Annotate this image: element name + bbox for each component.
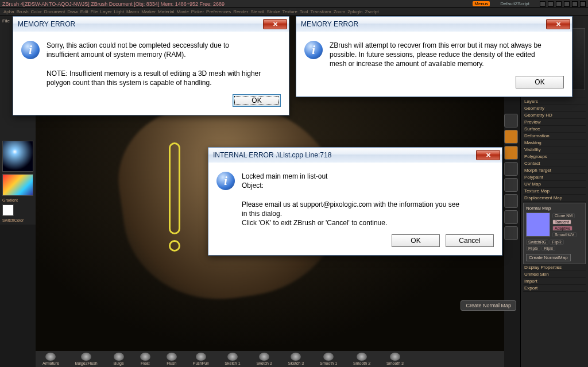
menu-item[interactable]: Material xyxy=(158,9,174,14)
panel-row[interactable]: Displacement Map xyxy=(523,195,586,202)
panel-row[interactable]: Geometry xyxy=(523,105,586,112)
tool-icon[interactable] xyxy=(504,178,518,192)
win-btn[interactable] xyxy=(580,1,586,7)
tangent-button[interactable]: Tangent xyxy=(552,219,571,225)
menus-badge[interactable]: Menus xyxy=(473,1,490,6)
tool-icon[interactable] xyxy=(504,130,518,144)
tool-icon[interactable] xyxy=(504,194,518,208)
menu-item[interactable]: Marker xyxy=(141,9,156,14)
gradient-swatch[interactable] xyxy=(2,174,33,196)
shelf-item[interactable]: Smooth 1 xyxy=(320,353,337,365)
panel-row[interactable]: Masking xyxy=(523,140,586,146)
shelf-item[interactable]: Smooth 3 xyxy=(386,353,404,365)
shelf-item[interactable]: Smooth 2 xyxy=(353,353,370,365)
ok-button[interactable]: OK xyxy=(392,234,440,247)
menu-item[interactable]: Movie xyxy=(177,9,189,14)
flipr-button[interactable]: FlipR xyxy=(550,239,563,245)
menu-item[interactable]: Apha xyxy=(3,9,14,14)
shelf-item[interactable]: Float xyxy=(140,353,150,365)
menu-item[interactable]: Zplugin xyxy=(347,9,362,14)
panel-row[interactable]: Surface xyxy=(523,126,586,133)
panel-row[interactable]: Deformation xyxy=(523,133,586,140)
panel-row[interactable]: Layers xyxy=(523,98,586,105)
menu-item[interactable]: Stencil xyxy=(250,9,264,14)
menu-item[interactable]: Transform xyxy=(311,9,331,14)
shelf-item[interactable]: Sketch 2 xyxy=(257,353,272,365)
create-normalmap-button[interactable]: Create NormalMap xyxy=(526,254,571,261)
dialog-titlebar[interactable]: MEMORY ERROR ✕ xyxy=(13,17,289,32)
tool-icon[interactable] xyxy=(504,146,518,160)
normal-map-label[interactable]: Normal Map xyxy=(526,206,583,211)
flipg-button[interactable]: FlipG xyxy=(526,246,540,251)
menu-item[interactable]: Render xyxy=(233,9,248,14)
clone-nm-button[interactable]: Clone NM xyxy=(552,213,575,218)
panel-row[interactable]: Export xyxy=(523,285,586,292)
cancel-button[interactable]: Cancel xyxy=(446,234,494,247)
brush-preview[interactable] xyxy=(2,141,33,172)
window-controls xyxy=(540,1,586,7)
tool-icon[interactable] xyxy=(504,162,518,176)
tool-icon[interactable] xyxy=(504,226,518,240)
menu-item[interactable]: Light xyxy=(114,9,124,14)
panel-row[interactable]: Polypaint xyxy=(523,174,586,181)
win-btn[interactable] xyxy=(548,1,554,7)
default-zscript[interactable]: DefaultZScript xyxy=(500,1,529,6)
ok-button[interactable]: OK xyxy=(233,94,281,107)
shelf-item[interactable]: Sketch 1 xyxy=(225,353,240,365)
dialog-titlebar[interactable]: INTERNAL ERROR .\List.cpp Line:718 ✕ xyxy=(208,148,502,163)
panel-row[interactable]: Import xyxy=(523,278,586,285)
dialog-titlebar[interactable]: MEMORY ERROR ✕ xyxy=(296,17,572,32)
win-btn[interactable] xyxy=(540,1,546,7)
win-btn[interactable] xyxy=(572,1,578,7)
switchcolor-label[interactable]: SwitchColor xyxy=(2,218,33,222)
panel-row[interactable]: Unified Skin xyxy=(523,271,586,278)
win-btn[interactable] xyxy=(556,1,562,7)
normal-map-swatch[interactable] xyxy=(526,213,550,237)
menu-item[interactable]: Edit xyxy=(80,9,88,14)
panel-row[interactable]: UV Map xyxy=(523,181,586,188)
menu-item[interactable]: Color xyxy=(31,9,42,14)
color-swatch[interactable] xyxy=(2,204,14,216)
close-icon[interactable]: ✕ xyxy=(476,150,500,160)
menu-item[interactable]: File xyxy=(91,9,98,14)
brush-icon xyxy=(167,353,177,361)
switchrg-button[interactable]: SwitchRG xyxy=(526,239,548,245)
panel-row[interactable]: Display Properties xyxy=(523,264,586,271)
panel-row[interactable]: Visibility xyxy=(523,146,586,153)
panel-row[interactable]: Geometry HD xyxy=(523,112,586,119)
shelf-item[interactable]: Flush xyxy=(167,353,177,365)
win-btn[interactable] xyxy=(564,1,570,7)
panel-row[interactable]: Polygroups xyxy=(523,153,586,160)
menu-item[interactable]: Texture xyxy=(283,9,297,14)
close-icon[interactable]: ✕ xyxy=(263,19,287,29)
panel-row[interactable]: Contact xyxy=(523,160,586,167)
menu-item[interactable]: Document xyxy=(44,9,65,14)
panel-row[interactable]: Morph Target xyxy=(523,167,586,174)
tool-icon[interactable] xyxy=(504,114,518,128)
shelf-item[interactable]: Bulge xyxy=(114,353,124,365)
smoothuv-button[interactable]: SmoothUV xyxy=(552,232,577,237)
menu-item[interactable]: Macro xyxy=(126,9,139,14)
panel-row[interactable]: Preview xyxy=(523,119,586,126)
create-normal-map-overlay-button[interactable]: Create Normal Map xyxy=(461,300,516,311)
menu-item[interactable]: Picker xyxy=(191,9,204,14)
menu-item[interactable]: Zscript xyxy=(365,9,378,14)
tool-icon[interactable] xyxy=(504,210,518,224)
menu-item[interactable]: Preferences xyxy=(206,9,231,14)
ok-button[interactable]: OK xyxy=(516,76,564,88)
flipb-button[interactable]: FlipB xyxy=(541,246,555,251)
adaptive-button[interactable]: Adaptive xyxy=(552,226,572,231)
shelf-item[interactable]: PushPull xyxy=(193,353,209,365)
info-icon: i xyxy=(304,41,323,59)
menu-item[interactable]: Stroke xyxy=(266,9,280,14)
shelf-item[interactable]: Bulge2Flush xyxy=(75,353,98,365)
menu-item[interactable]: Tool xyxy=(300,9,308,14)
shelf-item[interactable]: Armature xyxy=(42,353,59,365)
menu-item[interactable]: Zoom xyxy=(334,9,345,14)
menu-item[interactable]: Layer xyxy=(100,9,112,14)
menu-item[interactable]: Brush xyxy=(17,9,29,14)
close-icon[interactable]: ✕ xyxy=(546,19,570,29)
panel-row[interactable]: Texture Map xyxy=(523,188,586,195)
menu-item[interactable]: Draw xyxy=(67,9,78,14)
shelf-item[interactable]: Sketch 3 xyxy=(288,353,304,365)
